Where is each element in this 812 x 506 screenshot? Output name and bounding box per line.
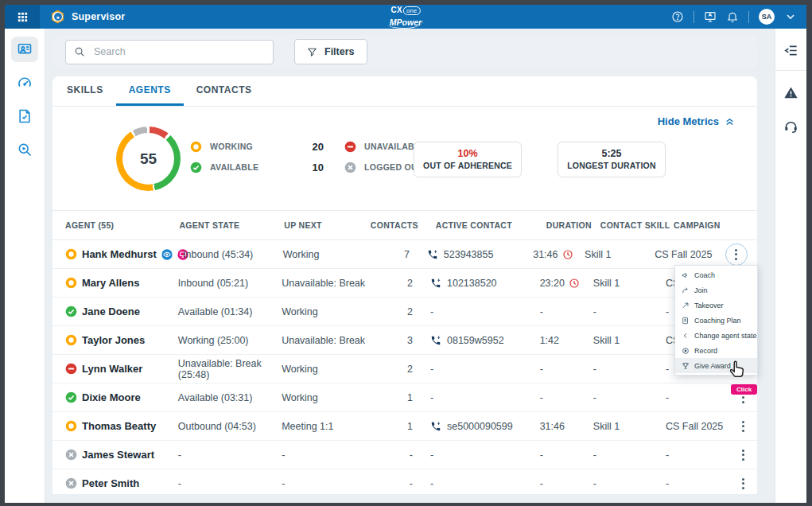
contact-skill: Skill 1: [592, 421, 663, 432]
rnav-support[interactable]: [779, 115, 803, 136]
contacts-count: 2: [367, 278, 413, 289]
warning-triangle-icon: [783, 85, 798, 100]
status-available-icon: [190, 162, 202, 173]
menu-item-join[interactable]: Join: [675, 282, 757, 298]
agent-state: Available (03:31): [178, 392, 282, 403]
search-icon: [74, 46, 85, 57]
row-menu-button[interactable]: [739, 475, 748, 492]
chevron-down-icon[interactable]: [784, 10, 797, 23]
notifications-bell-icon[interactable]: [726, 10, 739, 23]
adherence-card: 10% OUT OF ADHERENCE: [414, 142, 522, 177]
agent-cell: Thomas Beatty: [65, 420, 178, 432]
active-contact-number: -: [430, 392, 433, 403]
menu-item-change-agent-state[interactable]: Change agent state: [675, 328, 757, 343]
tabs: SKILLSAGENTSCONTACTS: [52, 76, 757, 107]
cxone-mpower-logo: CXone MPower: [388, 6, 423, 29]
agent-cell: Taylor Jones: [65, 334, 178, 346]
col-header: UP NEXT: [284, 220, 371, 230]
row-menu-button[interactable]: [739, 446, 748, 464]
status-loggedout-icon: [344, 162, 356, 173]
tab-agents[interactable]: AGENTS: [116, 76, 184, 106]
menu-item-label: Takeover: [694, 302, 724, 309]
contacts-count: -: [367, 478, 413, 489]
hide-metrics-link[interactable]: Hide Metrics: [658, 115, 735, 127]
tab-label: CONTACTS: [196, 84, 252, 95]
nav-interaction-search[interactable]: [11, 137, 38, 162]
agent-cell: Jane Doene: [65, 306, 178, 317]
contacts-count: 2: [367, 364, 413, 375]
table-row: Peter Smith-------: [52, 469, 757, 498]
trophy-icon: [682, 362, 690, 370]
contacts-count: 7: [365, 249, 409, 260]
top-bar: ● Supervisor CXone MPower SA: [5, 5, 806, 29]
menu-item-label: Change agent state: [694, 332, 757, 340]
status-unavailable-icon: [65, 363, 77, 375]
tab-contacts[interactable]: CONTACTS: [184, 76, 265, 106]
contact-skill: Skill 1: [583, 249, 652, 260]
agent-context-menu: CoachJoinTakeoverCoaching PlanChange age…: [674, 265, 758, 376]
active-contact-number: 08159w5952: [447, 335, 504, 346]
phone-inbound-icon: [430, 421, 441, 432]
status-loggedout-icon: [65, 477, 77, 489]
menu-item-coaching-plan[interactable]: Coaching Plan: [675, 313, 757, 328]
agent-state: -: [178, 450, 282, 461]
rnav-collapse-panel[interactable]: [779, 40, 803, 60]
legend-value: 20: [313, 141, 324, 153]
table-row: Thomas BeattyOutbound (04:53)Meeting 1:1…: [52, 412, 757, 441]
nav-dashboard[interactable]: [11, 70, 38, 95]
rnav-alerts[interactable]: [779, 82, 803, 103]
active-contact-cell: -: [413, 306, 528, 317]
search-input-wrapper[interactable]: [65, 40, 274, 64]
phone-inbound-icon: [430, 278, 441, 289]
table-body: Hank MedhurstInbound (45:34)Working75239…: [52, 240, 757, 498]
hide-metrics-label: Hide Metrics: [658, 115, 719, 127]
agent-state: Available (01:34): [178, 306, 282, 317]
eye-monitor-icon: [161, 249, 173, 260]
search-play-icon: [17, 142, 33, 158]
megaphone-icon: [682, 271, 690, 279]
contact-skill: Skill 1: [592, 278, 663, 289]
nav-reports[interactable]: [11, 103, 38, 129]
agent-cell: Hank Medhurst: [65, 248, 183, 260]
campaign: -: [663, 478, 739, 489]
menu-item-give-award[interactable]: Give Award: [675, 358, 757, 373]
active-contact-cell: -: [413, 450, 528, 461]
app-launcher-button[interactable]: [5, 5, 40, 29]
row-menu-button[interactable]: [732, 246, 740, 263]
table-row: Hank MedhurstInbound (45:34)Working75239…: [52, 240, 757, 269]
duration-cell: -: [528, 364, 592, 375]
agent-state: Inbound (45:34): [183, 249, 283, 260]
user-avatar[interactable]: SA: [759, 9, 775, 25]
legend-label: AVAILABLE: [210, 162, 258, 172]
filters-button[interactable]: Filters: [294, 39, 367, 64]
topbar-actions: SA: [671, 9, 806, 25]
agents-donut-chart: 55: [116, 127, 181, 191]
contacts-count: 2: [367, 306, 413, 317]
active-contact-cell: -: [413, 364, 528, 375]
menu-item-coach[interactable]: Coach: [675, 267, 757, 282]
active-contact-cell: 523943855: [410, 249, 521, 260]
duration-cell: 31:46: [528, 421, 592, 432]
agent-name: Hank Medhurst: [82, 248, 157, 260]
supervisor-app-icon: ●: [51, 10, 64, 24]
agent-name: James Stewart: [82, 449, 154, 461]
menu-item-record[interactable]: Record: [675, 343, 757, 358]
tab-skills[interactable]: SKILLS: [54, 76, 116, 106]
table-row: Dixie MooreAvailable (03:31)Working1----: [52, 383, 757, 412]
menu-item-takeover[interactable]: Takeover: [675, 298, 757, 313]
nav-live-monitoring[interactable]: [11, 37, 38, 62]
status-loggedout-icon: [65, 449, 77, 461]
metrics-section: 55 WORKING20UNAVAILABLE5AVAILABLE10LOGGE…: [52, 107, 757, 210]
screen-share-icon[interactable]: [704, 10, 717, 23]
help-icon[interactable]: [671, 10, 684, 23]
duration-cell: 23:20: [528, 278, 592, 289]
row-menu-button-active[interactable]: [725, 243, 748, 266]
contact-skill: Skill 1: [592, 335, 663, 346]
contact-skill: -: [592, 450, 663, 461]
search-input[interactable]: [92, 45, 265, 58]
duration-value: 1:42: [540, 335, 559, 346]
row-menu-button[interactable]: [739, 418, 748, 435]
status-working-icon: [190, 141, 202, 153]
adherence-label: OUT OF ADHERENCE: [414, 161, 521, 170]
agent-cell: Lynn Walker: [65, 363, 178, 375]
